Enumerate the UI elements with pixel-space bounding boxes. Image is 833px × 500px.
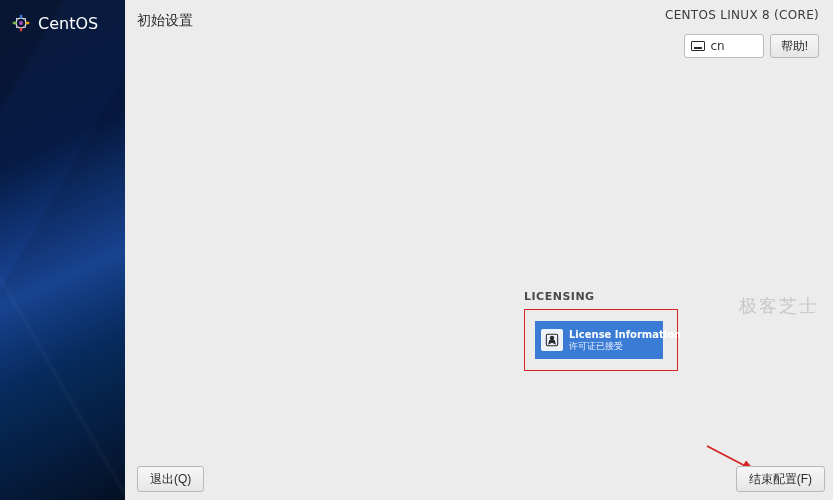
license-spoke-title: License Information <box>569 329 681 341</box>
svg-point-2 <box>19 21 23 25</box>
footer: 退出(Q) 结束配置(F) <box>125 456 833 500</box>
licensing-section-label: LICENSING <box>524 290 678 303</box>
sidebar-brand-text: CentOS <box>38 14 98 33</box>
keyboard-layout-code: cn <box>710 39 724 53</box>
license-spoke-status: 许可证已接受 <box>569 341 681 351</box>
page-title: 初始设置 <box>137 8 193 30</box>
licensing-highlight: License Information 许可证已接受 <box>524 309 678 371</box>
header: 初始设置 CENTOS LINUX 8 (CORE) cn 帮助! <box>125 0 833 58</box>
licensing-section: LICENSING License Information 许可 <box>524 290 678 371</box>
root: CentOS 初始设置 CENTOS LINUX 8 (CORE) cn 帮助!… <box>0 0 833 500</box>
keyboard-icon <box>691 41 705 51</box>
watermark-text: 极客芝士 <box>739 294 819 318</box>
content: 极客芝士 LICENSING License Informa <box>125 58 833 500</box>
finish-configuration-button[interactable]: 结束配置(F) <box>736 466 825 492</box>
distro-label: CENTOS LINUX 8 (CORE) <box>665 8 819 22</box>
svg-point-7 <box>550 336 555 341</box>
license-icon <box>541 329 563 351</box>
help-button[interactable]: 帮助! <box>770 34 819 58</box>
quit-button[interactable]: 退出(Q) <box>137 466 204 492</box>
centos-logo-icon <box>10 12 32 34</box>
main: 初始设置 CENTOS LINUX 8 (CORE) cn 帮助! 极客芝士 L… <box>125 0 833 500</box>
sidebar-brand: CentOS <box>0 0 125 46</box>
svg-rect-5 <box>20 15 22 19</box>
sidebar: CentOS <box>0 0 125 500</box>
license-information-spoke[interactable]: License Information 许可证已接受 <box>535 321 663 359</box>
svg-rect-6 <box>20 28 22 32</box>
svg-rect-3 <box>13 22 17 24</box>
svg-rect-4 <box>26 22 30 24</box>
keyboard-layout-selector[interactable]: cn <box>684 34 763 58</box>
